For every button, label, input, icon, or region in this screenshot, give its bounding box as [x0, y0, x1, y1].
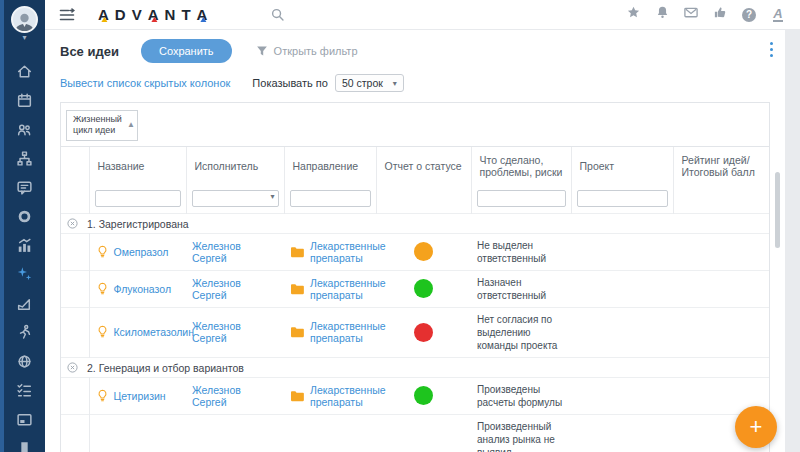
sidebar-item-globe[interactable] [4, 349, 45, 378]
status-indicator[interactable] [414, 386, 433, 405]
scrollbar-thumb[interactable] [775, 172, 780, 248]
filter-done-input[interactable] [477, 190, 566, 207]
name-cell: Навесное оборудование для геосканировани… [89, 414, 186, 452]
sidebar-item-card[interactable] [4, 407, 45, 436]
executor-cell: Железнов Сергей [186, 377, 284, 414]
done-cell: Произведены расчеты формулы [471, 377, 571, 414]
avatar[interactable] [11, 6, 38, 33]
topbar-icon-bell[interactable] [654, 7, 670, 23]
users-icon [16, 121, 33, 142]
search-icon[interactable] [270, 7, 285, 22]
folder-icon [290, 283, 304, 295]
group-by-chip[interactable]: Жизненный цикл идеи ▲ [66, 110, 138, 141]
topbar-icon-thumbs-up[interactable] [712, 7, 728, 23]
list-controls: Вывести список скрытых колонок Показыват… [60, 70, 785, 96]
logo-letter: A [196, 6, 213, 23]
chevron-down-icon: ▾ [22, 34, 26, 41]
rating-cell [673, 307, 769, 357]
collapse-group-icon[interactable] [67, 362, 78, 373]
open-filter-label: Открыть фильтр [274, 45, 358, 57]
idea-name-link[interactable]: Флуконазол [114, 283, 172, 295]
status-indicator[interactable] [414, 323, 433, 342]
sidebar-item-home[interactable] [4, 59, 45, 88]
direction-link[interactable]: Лекарственные препараты [310, 277, 386, 301]
idea-name-link[interactable]: Омепразол [114, 246, 169, 258]
sidebar-item-users[interactable] [4, 117, 45, 146]
status-indicator[interactable] [414, 279, 433, 298]
save-button[interactable]: Сохранить [141, 39, 232, 63]
idea-name-link[interactable]: Цетиризин [114, 390, 166, 402]
column-header-done[interactable]: Что сделано, проблемы, риски [471, 147, 571, 185]
logo-letter: A [147, 6, 164, 23]
logo-accent-triangle [152, 17, 158, 22]
sparkles-icon [16, 266, 33, 287]
logo-letter: N [164, 6, 181, 23]
status-indicator[interactable] [414, 242, 433, 261]
sidebar-item-bookmark[interactable] [4, 436, 45, 452]
calendar-icon [16, 92, 33, 113]
executor-link[interactable]: Железнов Сергей [192, 320, 241, 344]
filter-project-input[interactable] [577, 190, 668, 207]
sidebar-item-hierarchy[interactable] [4, 146, 45, 175]
topbar-icon-star[interactable] [625, 7, 641, 23]
page-size-select[interactable]: 50 строк ▾ [335, 74, 404, 92]
collapse-group-icon[interactable] [67, 218, 78, 229]
column-header-name[interactable]: Название [89, 147, 186, 185]
topbar-icon-advanta-mark[interactable]: A [770, 7, 786, 23]
direction-cell: Лекарственные препараты [284, 233, 376, 270]
filter-name-input[interactable] [95, 190, 181, 207]
executor-link[interactable]: Железнов Сергей [192, 277, 241, 301]
user-menu[interactable]: ▾ [11, 6, 38, 41]
filter-row: ▾ [61, 185, 769, 214]
topbar-icon-mail[interactable] [683, 7, 699, 23]
sidebar-item-checklist[interactable] [4, 378, 45, 407]
chevron-down-icon: ▾ [393, 79, 397, 88]
add-idea-button[interactable]: + [735, 406, 777, 448]
bookmark-icon [16, 440, 33, 452]
column-header-project[interactable]: Проект [571, 147, 673, 185]
topbar-icon-help[interactable]: ? [741, 7, 757, 23]
group-row: 1. Зарегистрирована [61, 213, 769, 233]
folder-icon [290, 390, 304, 402]
page-title: Все идеи [60, 44, 119, 59]
sidebar-item-calendar[interactable] [4, 88, 45, 117]
main-area: ADVANTA ?A Все идеи Сохранить Откр [45, 0, 800, 452]
menu-toggle-icon[interactable] [59, 8, 75, 22]
column-header-direction[interactable]: Направление [284, 147, 376, 185]
sidebar-item-process[interactable] [4, 204, 45, 233]
direction-link[interactable]: Лекарственные препараты [310, 384, 386, 408]
sidebar-item-runner[interactable] [4, 320, 45, 349]
executor-link[interactable]: Железнов Сергей [192, 384, 241, 408]
chart-icon [16, 237, 33, 258]
direction-cell: Лекарственные препараты [284, 307, 376, 357]
column-header-executor[interactable]: Исполнитель [186, 147, 284, 185]
more-options-button[interactable] [770, 42, 773, 57]
sidebar-item-area-chart[interactable] [4, 291, 45, 320]
show-hidden-columns-link[interactable]: Вывести список скрытых колонок [60, 77, 230, 89]
home-icon [16, 63, 33, 84]
mail-icon [683, 5, 699, 24]
sidebar-item-chart[interactable] [4, 233, 45, 262]
project-cell [571, 270, 673, 307]
sidebar-item-chat[interactable] [4, 175, 45, 204]
direction-link[interactable]: Лекарственные препараты [310, 320, 386, 344]
filter-executor-select[interactable] [192, 190, 279, 207]
table-row: КсилометазолинЖелезнов СергейЛекарственн… [61, 307, 769, 357]
advanta-logo: ADVANTA [97, 6, 212, 23]
column-header-status[interactable]: Отчет о статусе [376, 147, 471, 185]
direction-link[interactable]: Лекарственные препараты [310, 240, 386, 264]
row-gutter-cell [61, 233, 89, 270]
filter-direction-input[interactable] [290, 190, 371, 207]
project-cell [571, 414, 673, 452]
status-cell [376, 377, 471, 414]
card-icon [16, 411, 33, 432]
idea-name-link[interactable]: Ксилометазолин [114, 326, 195, 338]
checklist-icon [16, 382, 33, 403]
executor-link[interactable]: Железнов Сергей [192, 240, 241, 264]
folder-icon [290, 326, 304, 338]
idea-icon [96, 245, 109, 259]
sidebar-item-sparkles[interactable] [4, 262, 45, 291]
open-filter-button[interactable]: Открыть фильтр [256, 45, 358, 57]
column-header-rating[interactable]: Рейтинг идей/Итоговый балл [673, 147, 769, 185]
sort-asc-icon[interactable]: ▲ [127, 120, 135, 130]
